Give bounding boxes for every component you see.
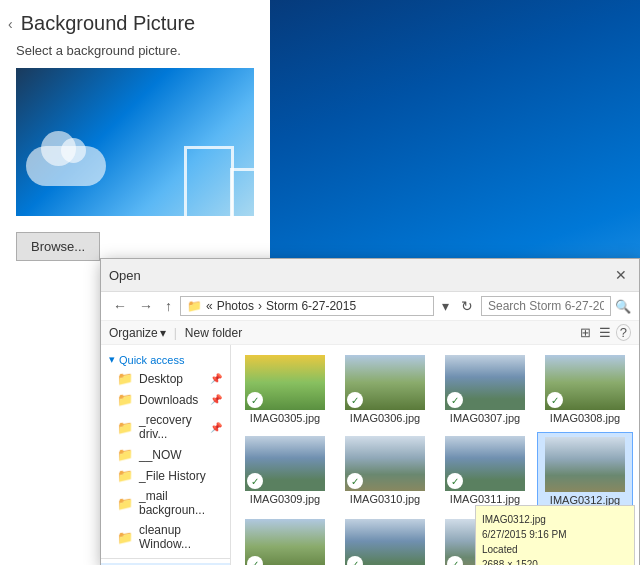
file-item[interactable]: ✓ IMAG0314.jpg [337,515,433,565]
sidebar-item-label: _recovery driv... [139,413,204,441]
mail-bg-folder-icon: 📁 [117,496,133,511]
file-item[interactable]: ✓ IMAG0308.jpg [537,351,633,428]
back-arrow-icon[interactable]: ‹ [8,16,13,32]
file-thumbnail: ✓ [245,355,325,410]
check-badge: ✓ [547,392,563,408]
check-badge: ✓ [247,473,263,489]
pin-icon2: 📌 [210,394,222,405]
window-shape-decoration [184,146,234,216]
history-folder-icon: 📁 [117,468,133,483]
tooltip-dimensions: 2688 × 1520 [482,557,628,565]
dialog-sidebar: ▾ Quick access 📁 Desktop 📌 📁 Downloads 📌… [101,345,231,565]
breadcrumb-folder[interactable]: Storm 6-27-2015 [266,299,356,313]
file-name: IMAG0309.jpg [250,493,320,505]
check-badge: ✓ [347,473,363,489]
breadcrumb-separator: « [206,299,213,313]
file-name: IMAG0311.jpg [450,493,520,505]
help-button[interactable]: ? [616,324,631,341]
browse-button[interactable]: Browse... [16,232,100,261]
sidebar-item-now[interactable]: 📁 __NOW [101,444,230,465]
sidebar-item-history[interactable]: 📁 _File History [101,465,230,486]
breadcrumb-dropdown[interactable]: ▾ [438,296,453,316]
file-name: IMAG0306.jpg [350,412,420,424]
dialog-files-area: ✓ IMAG0305.jpg ✓ IMAG0306.jpg ✓ IMAG0307… [231,345,639,565]
breadcrumb-bar[interactable]: 📁 « Photos › Storm 6-27-2015 [180,296,434,316]
file-item[interactable]: ✓ IMAG0313.jpg [237,515,333,565]
tooltip-date: 6/27/2015 9:16 PM [482,527,628,542]
pin-icon: 📌 [210,373,222,384]
subbar-separator: | [174,326,177,340]
organize-label: Organize [109,326,158,340]
sidebar-item-cleanup[interactable]: 📁 cleanup Window... [101,520,230,554]
breadcrumb-arrow: › [258,299,262,313]
file-thumbnail: ✓ [245,436,325,491]
file-thumbnail: ✓ [345,355,425,410]
file-item[interactable]: ✓ IMAG0306.jpg [337,351,433,428]
view-toggle-button[interactable]: ⊞ [577,324,594,341]
sidebar-item-downloads[interactable]: 📁 Downloads 📌 [101,389,230,410]
dialog-toolbar: ← → ↑ 📁 « Photos › Storm 6-27-2015 ▾ ↻ 🔍 [101,292,639,321]
dialog-body: ▾ Quick access 📁 Desktop 📌 📁 Downloads 📌… [101,345,639,565]
dialog-titlebar: Open ✕ [101,259,639,292]
file-item-selected[interactable]: IMAG0312.jpg [537,432,633,511]
file-name: IMAG0305.jpg [250,412,320,424]
sidebar-item-label: Desktop [139,372,183,386]
desktop-folder-icon: 📁 [117,371,133,386]
file-thumbnail: ✓ [245,519,325,565]
view-details-button[interactable]: ☰ [596,324,614,341]
file-item[interactable]: ✓ IMAG0305.jpg [237,351,333,428]
file-thumbnail [545,437,625,492]
sidebar-item-label: cleanup Window... [139,523,222,551]
up-button[interactable]: ↑ [161,296,176,316]
search-icon[interactable]: 🔍 [615,299,631,314]
dialog-close-button[interactable]: ✕ [611,265,631,285]
sidebar-divider [101,558,230,559]
back-button[interactable]: ← [109,296,131,316]
dialog-title: Open [109,268,141,283]
file-item[interactable]: ✓ IMAG0311.jpg [437,432,533,511]
file-name: IMAG0310.jpg [350,493,420,505]
open-dialog: Open ✕ ← → ↑ 📁 « Photos › Storm 6-27-201… [100,258,640,565]
now-folder-icon: 📁 [117,447,133,462]
sidebar-item-label: Downloads [139,393,198,407]
file-thumbnail: ✓ [345,519,425,565]
check-badge: ✓ [347,556,363,565]
downloads-folder-icon: 📁 [117,392,133,407]
sidebar-item-label: __NOW [139,448,182,462]
tooltip-filename: IMAG0312.jpg [482,512,628,527]
file-thumbnail: ✓ [445,355,525,410]
sidebar-item-label: _File History [139,469,206,483]
search-input[interactable] [481,296,611,316]
view-buttons: ⊞ ☰ ? [577,324,631,341]
sidebar-item-recovery[interactable]: 📁 _recovery driv... 📌 [101,410,230,444]
sidebar-item-desktop[interactable]: 📁 Desktop 📌 [101,368,230,389]
refresh-button[interactable]: ↻ [457,296,477,316]
check-badge: ✓ [247,556,263,565]
file-item[interactable]: ✓ IMAG0307.jpg [437,351,533,428]
bg-panel-subtitle: Select a background picture. [0,43,270,68]
tooltip-location: Located [482,542,628,557]
sidebar-item-mail-bg[interactable]: 📁 _mail backgroun... [101,486,230,520]
quick-access-collapse-icon: ▾ [109,353,115,366]
bg-panel-title: Background Picture [21,12,196,35]
recovery-folder-icon: 📁 [117,420,133,435]
check-badge: ✓ [347,392,363,408]
organize-button[interactable]: Organize ▾ [109,326,166,340]
check-badge: ✓ [447,556,463,565]
file-thumbnail: ✓ [545,355,625,410]
breadcrumb-photos[interactable]: Photos [217,299,254,313]
quick-access-label: Quick access [119,354,184,366]
file-tooltip: IMAG0312.jpg 6/27/2015 9:16 PM Located 2… [475,505,635,565]
cleanup-folder-icon: 📁 [117,530,133,545]
new-folder-button[interactable]: New folder [185,326,242,340]
file-name: IMAG0308.jpg [550,412,620,424]
dialog-subbar: Organize ▾ | New folder ⊞ ☰ ? [101,321,639,345]
file-item[interactable]: ✓ IMAG0309.jpg [237,432,333,511]
file-item[interactable]: ✓ IMAG0310.jpg [337,432,433,511]
breadcrumb-icon: 📁 [187,299,202,313]
forward-button[interactable]: → [135,296,157,316]
bg-panel-header: ‹ Background Picture [0,0,270,43]
file-thumbnail: ✓ [445,436,525,491]
pin-icon3: 📌 [210,422,222,433]
quick-access-header[interactable]: ▾ Quick access [101,349,230,368]
